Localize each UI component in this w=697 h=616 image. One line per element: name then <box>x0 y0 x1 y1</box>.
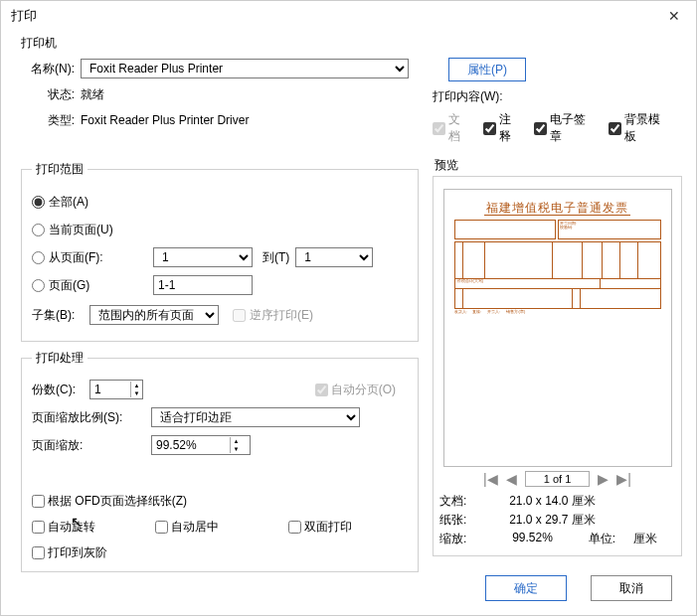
collate-check: 自动分页(O) <box>315 382 396 398</box>
info-doc-value: 21.0 x 14.0 厘米 <box>489 493 615 510</box>
paper-by-ofd-check[interactable]: 根据 OFD页面选择纸张(Z) <box>32 493 187 510</box>
print-handling-group: 打印处理 份数(C): ▲▼ 自动分页(O) 页面缩放比例(S): 适合打印边距 <box>21 350 419 572</box>
dialog-title: 打印 <box>11 7 37 25</box>
subset-select[interactable]: 范围内的所有页面 <box>89 305 219 325</box>
subset-label: 子集(B): <box>32 307 89 324</box>
content-bg-check[interactable]: 背景模板 <box>609 111 670 145</box>
properties-button[interactable]: 属性(P) <box>448 58 526 81</box>
ok-button[interactable]: 确定 <box>485 575 567 601</box>
range-from-radio[interactable]: 从页面(F): <box>32 249 153 266</box>
content-sig-check[interactable]: 电子签章 <box>534 111 596 145</box>
range-pages-radio[interactable]: 页面(G) <box>32 277 153 294</box>
info-unit-label: 单位: <box>576 531 615 547</box>
printer-name-select[interactable]: Foxit Reader Plus Printer <box>81 59 409 78</box>
info-paper-value: 21.0 x 29.7 厘米 <box>489 512 615 529</box>
content-doc-check: 文档 <box>433 111 471 145</box>
info-unit-value: 厘米 <box>615 531 675 547</box>
range-current-radio[interactable]: 当前页面(U) <box>32 222 153 238</box>
spin-down-icon[interactable]: ▼ <box>230 445 242 453</box>
content-annot-check[interactable]: 注释 <box>483 111 522 145</box>
range-from-input[interactable]: 1 <box>153 247 253 267</box>
auto-center-check[interactable]: 自动居中 <box>155 519 276 536</box>
print-dialog: 打印 ✕ 打印机 名称(N): Foxit Reader Plus Printe… <box>0 0 697 616</box>
spin-up-icon[interactable]: ▲ <box>130 382 142 389</box>
auto-rotate-check[interactable]: 自动旋转 <box>32 519 143 536</box>
printer-heading: 打印机 <box>21 35 682 52</box>
page-indicator: 1 of 1 <box>525 471 591 487</box>
titlebar: 打印 ✕ <box>1 1 696 31</box>
grayscale-check[interactable]: 打印到灰阶 <box>32 544 107 561</box>
range-to-label: 到(T) <box>262 249 289 266</box>
printer-status-label: 状态: <box>21 86 81 103</box>
copies-spinner[interactable]: ▲▼ <box>89 380 143 399</box>
zoom-spinner[interactable]: ▲▼ <box>151 435 251 455</box>
printer-status-value: 就绪 <box>81 86 104 103</box>
cancel-button[interactable]: 取消 <box>591 575 672 601</box>
preview-nav: |◀ ◀ 1 of 1 ▶ ▶| <box>439 471 675 487</box>
zoom-input[interactable] <box>152 436 230 454</box>
print-range-legend: 打印范围 <box>32 161 87 178</box>
nav-last-icon[interactable]: ▶| <box>616 471 631 487</box>
spin-up-icon[interactable]: ▲ <box>230 437 242 445</box>
spin-down-icon[interactable]: ▼ <box>130 389 142 397</box>
info-doc-label: 文档: <box>439 493 489 510</box>
print-content-label: 打印内容(W): <box>433 88 503 105</box>
scale-label: 页面缩放比例(S): <box>32 409 151 426</box>
invoice-title: 福建增值税电子普通发票 <box>454 200 661 217</box>
info-zoom-value: 99.52% <box>489 531 576 547</box>
printer-type-value: Foxit Reader Plus Printer Driver <box>81 113 249 127</box>
duplex-check[interactable]: 双面打印 <box>288 519 352 536</box>
print-handling-legend: 打印处理 <box>32 350 87 367</box>
reverse-check: 逆序打印(E) <box>233 307 354 324</box>
footer-buttons: 确定 取消 <box>485 575 672 601</box>
nav-next-icon[interactable]: ▶ <box>598 471 609 487</box>
info-zoom-label: 缩放: <box>439 531 489 547</box>
preview-page: 福建增值税电子普通发票 开票日期:校验码: <box>443 189 672 467</box>
printer-type-label: 类型: <box>21 112 81 129</box>
scale-select[interactable]: 适合打印边距 <box>151 407 360 427</box>
info-paper-label: 纸张: <box>439 512 489 529</box>
preview-box: 福建增值税电子普通发票 开票日期:校验码: <box>433 176 682 556</box>
range-all-radio[interactable]: 全部(A) <box>32 194 153 211</box>
copies-label: 份数(C): <box>32 382 89 398</box>
nav-prev-icon[interactable]: ◀ <box>506 471 517 487</box>
zoom-label: 页面缩放: <box>32 437 151 454</box>
printer-name-label: 名称(N): <box>21 61 81 77</box>
copies-input[interactable] <box>90 381 130 398</box>
range-to-input[interactable]: 1 <box>295 247 373 267</box>
preview-label: 预览 <box>435 157 682 174</box>
range-pages-input[interactable] <box>153 275 253 295</box>
close-icon[interactable]: ✕ <box>662 8 686 24</box>
nav-first-icon[interactable]: |◀ <box>483 471 498 487</box>
print-range-group: 打印范围 全部(A) 当前页面(U) 从页面(F): 1 到(T) 1 页面(G… <box>21 161 419 342</box>
